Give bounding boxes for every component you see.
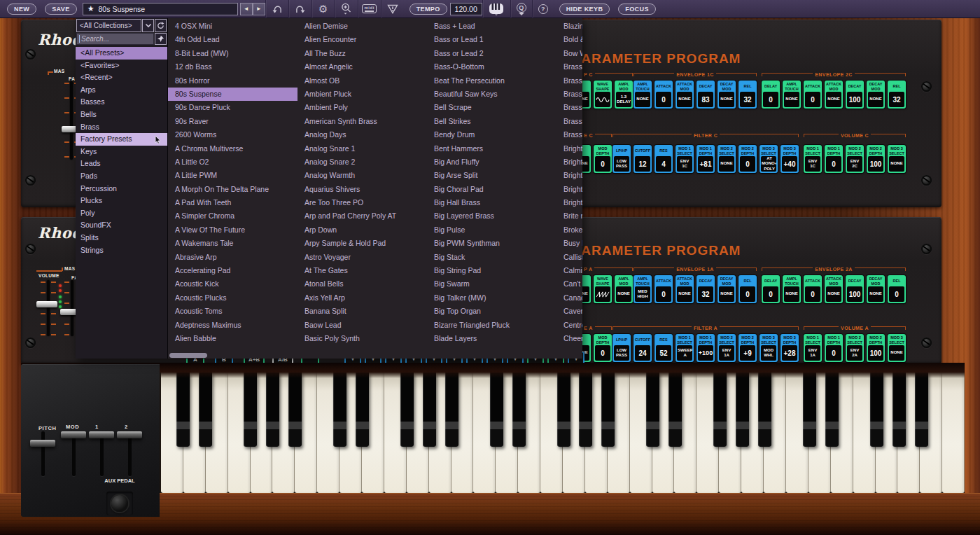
collections-dropdown[interactable]: <All Collections> <box>76 19 141 32</box>
black-key-after-white-5[interactable] <box>266 373 279 447</box>
param-button-mod-1-depth[interactable]: MOD 1 DEPTH0 <box>825 145 843 173</box>
hide-keyb-button[interactable]: HIDE KEYB <box>559 4 610 15</box>
param-button-lp-hp[interactable]: LP/HPLOW PASS <box>612 145 631 173</box>
preset-item-90s-dance-pluck[interactable]: 90s Dance Pluck <box>168 101 298 114</box>
param-button-attack[interactable]: ATTACK0 <box>804 275 822 303</box>
preset-item-big-choral-pad[interactable]: Big Choral Pad <box>427 183 556 196</box>
preset-item-a-chroma-multiverse[interactable]: A Chroma Multiverse <box>168 142 298 155</box>
prev-preset-button[interactable]: ◄ <box>240 3 253 15</box>
param-button-mod-depth[interactable]: MOD DEPTH0 <box>594 145 612 173</box>
preset-item-acoustic-plucks[interactable]: Acoustic Plucks <box>168 291 298 305</box>
preset-item-blade-layers[interactable]: Blade Layers <box>427 332 556 345</box>
preset-item-arpy-sample-hold-pad[interactable]: Arpy Sample & Hold Pad <box>298 237 427 250</box>
preset-item-arp-and-pad-cherry-poly-at[interactable]: Arp and Pad Cherry Poly AT <box>298 209 427 223</box>
param-button-decay-mod[interactable]: DECAY MODNONE <box>718 275 736 303</box>
preset-item-big-top-organ[interactable]: Big Top Organ <box>427 305 556 318</box>
param-button-mod-3-depth[interactable]: MOD 3 DEPTH+40 <box>780 145 799 173</box>
preset-item-big-arse-split[interactable]: Big Arse Split <box>427 169 556 182</box>
black-key-after-white-18[interactable] <box>557 373 570 447</box>
black-key-after-white-8[interactable] <box>333 373 346 447</box>
collections-expand-button[interactable] <box>142 19 154 32</box>
preset-item-accelerating-pad[interactable]: Accelerating Pad <box>168 264 298 277</box>
sidebar-category-splits[interactable]: Splits <box>76 232 167 244</box>
param-button-decay-mod[interactable]: DECAY MODNONE <box>718 81 736 109</box>
preset-item-bell-scrape[interactable]: Bell Scrape <box>427 101 556 114</box>
param-button-mod-3-select[interactable]: MOD 3 SELECTNONE <box>888 145 906 173</box>
param-button-rel[interactable]: REL32 <box>738 81 757 109</box>
aux-pedal-button[interactable] <box>111 495 128 512</box>
preset-item-big-string-pad[interactable]: Big String Pad <box>427 264 556 277</box>
preset-item-bass-lead[interactable]: Bass + Lead <box>427 20 556 33</box>
preset-item-a-simpler-chroma[interactable]: A Simpler Chroma <box>168 209 298 223</box>
preset-item-2600-worms[interactable]: 2600 Worms <box>168 128 298 141</box>
preset-item-a-wakemans-tale[interactable]: A Wakemans Tale <box>168 237 298 250</box>
preset-item-almost-angelic[interactable]: Almost Angelic <box>298 60 427 74</box>
preset-item-12-db-bass[interactable]: 12 db Bass <box>168 60 298 74</box>
white-key-36[interactable] <box>942 373 965 493</box>
black-key-after-white-20[interactable] <box>601 373 615 447</box>
black-key-after-white-15[interactable] <box>490 373 503 447</box>
preset-item-brass-vi[interactable]: Brass Vi <box>556 115 582 128</box>
preset-item-brass-bu[interactable]: Brass Bu <box>556 74 582 88</box>
black-key-after-white-25[interactable] <box>713 373 727 447</box>
param-button-mod-3-select[interactable]: MOD 3 SELECTAT MONO+ POLY <box>760 145 778 173</box>
preset-item-calming[interactable]: Calming <box>556 264 582 277</box>
horizontal-scrollbar[interactable] <box>168 352 582 359</box>
param-button-wave-shape[interactable]: WAVE SHAPE <box>594 275 612 303</box>
black-key-after-white-9[interactable] <box>356 373 369 447</box>
new-button[interactable]: NEW <box>7 4 36 15</box>
preset-item-bright-ve[interactable]: Bright Ve <box>556 196 582 209</box>
preset-item-ambient-poly[interactable]: Ambient Poly <box>298 101 427 114</box>
black-key-after-white-11[interactable] <box>400 373 414 447</box>
param-button-decay[interactable]: DECAY100 <box>846 81 864 109</box>
preset-item-callisto-t[interactable]: Callisto T <box>556 251 582 264</box>
param-button-attack-mod[interactable]: ATTACK MODNONE <box>676 81 694 109</box>
sidebar-category-poly[interactable]: Poly <box>76 207 167 220</box>
param-button-cutoff[interactable]: CUTOFF12 <box>634 145 652 173</box>
preset-item-acoustic-kick[interactable]: Acoustic Kick <box>168 277 298 291</box>
preset-item-bent-hammers[interactable]: Bent Hammers <box>427 142 556 155</box>
black-key-after-white-32[interactable] <box>870 373 883 447</box>
preset-item-broken-s[interactable]: Broken S <box>556 223 582 237</box>
black-key-after-white-23[interactable] <box>668 373 682 447</box>
param-button-decay-mod[interactable]: DECAY MODNONE <box>867 81 885 109</box>
param-button-wave-shape[interactable]: WAVE SHAPE <box>594 81 612 109</box>
preset-item-ambient-pluck[interactable]: Ambient Pluck <box>298 88 427 101</box>
preset-item-bell-strikes[interactable]: Bell Strikes <box>427 115 556 128</box>
preset-item-bass-or-lead-1[interactable]: Bass or Lead 1 <box>427 33 556 46</box>
sidebar-category-brass[interactable]: Brass <box>76 121 167 134</box>
sidebar-category-all-presets[interactable]: <All Presets> <box>76 47 167 60</box>
preset-item-80s-suspense[interactable]: 80s Suspense <box>168 88 298 101</box>
preset-item-canada[interactable]: Canada <box>556 291 582 305</box>
keyboard-toggle-icon[interactable] <box>482 0 510 18</box>
sidebar-category-soundfx[interactable]: SoundFX <box>76 219 167 232</box>
param-button-delay[interactable]: DELAY0 <box>762 275 780 303</box>
param-button-ampl-mod[interactable]: AMPL MOD1.3 DELAY <box>615 81 633 109</box>
param-button-ampl-mod[interactable]: AMPL MODNONE <box>615 275 633 303</box>
param-button-mod-2-select[interactable]: MOD 2 SELECTENV 2C <box>846 145 864 173</box>
next-preset-button[interactable]: ► <box>253 3 265 15</box>
param-button-attack[interactable]: ATTACK0 <box>654 81 673 109</box>
preset-item-a-little-o2[interactable]: A Little O2 <box>168 155 298 169</box>
preset-item-alien-encounter[interactable]: Alien Encounter <box>298 33 427 46</box>
preset-item-alien-babble[interactable]: Alien Babble <box>168 332 298 345</box>
black-key-after-white-26[interactable] <box>736 373 749 447</box>
sidebar-category-bells[interactable]: Bells <box>76 109 167 121</box>
preset-item-centre-f[interactable]: Centre F <box>556 319 582 332</box>
preset-item-cavern-c[interactable]: Cavern C <box>556 305 582 318</box>
lever-1[interactable] <box>89 431 114 438</box>
tempo-value[interactable]: 120.00 <box>450 3 482 15</box>
preset-item-brass[interactable]: Brass & <box>556 60 582 74</box>
preset-name-field[interactable]: ★ 80s Suspense <box>83 3 238 15</box>
black-key-after-white-6[interactable] <box>288 373 302 447</box>
preset-item-at-the-gates[interactable]: At The Gates <box>298 264 427 277</box>
preset-item-a-morph-on-the-delta-plane[interactable]: A Morph On The Delta Plane <box>168 183 298 196</box>
preset-item-big-hall-brass[interactable]: Big Hall Brass <box>427 196 556 209</box>
preset-item-atonal-bells[interactable]: Atonal Bells <box>298 277 427 291</box>
sidebar-category-recent[interactable]: <Recent> <box>76 71 167 84</box>
undo-button[interactable] <box>265 0 288 18</box>
midi-icon[interactable]: midi <box>358 0 381 18</box>
preset-item-bass-or-lead-2[interactable]: Bass or Lead 2 <box>427 47 556 60</box>
mod-lever[interactable] <box>61 431 86 438</box>
param-button-decay[interactable]: DECAY32 <box>696 275 715 303</box>
